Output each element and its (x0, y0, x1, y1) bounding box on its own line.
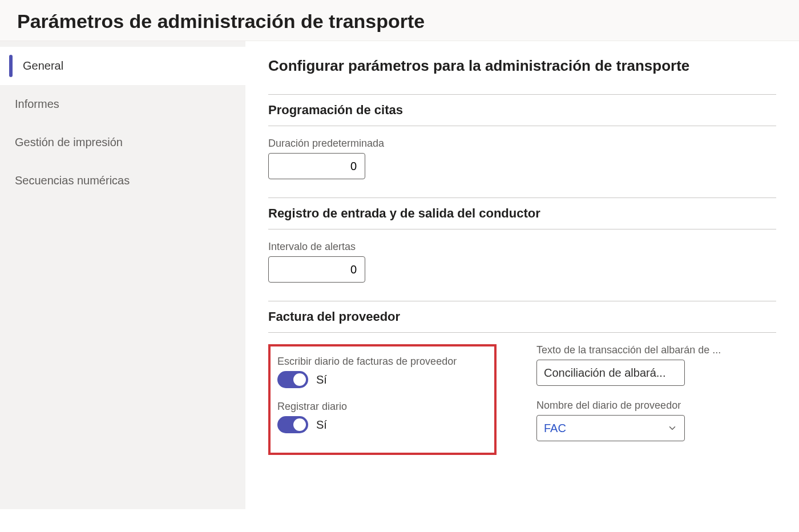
sidebar: General Informes Gestión de impresión Se… (0, 41, 245, 509)
field-nombre-diario: Nombre del diario de proveedor FAC (536, 400, 721, 441)
field-registrar-diario: Registrar diario Sí (277, 401, 486, 433)
section-factura-proveedor: Factura del proveedor Escribir diario de… (268, 301, 776, 455)
sidebar-item-label: General (15, 59, 63, 72)
duracion-predeterminada-input[interactable] (268, 153, 365, 179)
registrar-diario-toggle[interactable] (277, 416, 308, 433)
nombre-diario-dropdown[interactable]: FAC (536, 415, 685, 441)
sidebar-item-general[interactable]: General (0, 47, 245, 85)
field-escribir-diario: Escribir diario de facturas de proveedor… (277, 356, 486, 388)
section-registro-conductor: Registro de entrada y de salida del cond… (268, 198, 776, 296)
texto-transaccion-input[interactable]: Conciliación de albará... (536, 360, 685, 386)
factura-two-col: Escribir diario de facturas de proveedor… (268, 344, 776, 455)
texto-transaccion-value: Conciliación de albará... (544, 366, 665, 380)
escribir-diario-state: Sí (316, 373, 327, 386)
toggle-knob (293, 373, 306, 386)
page-header: Parámetros de administración de transpor… (0, 0, 799, 41)
section-title: Registro de entrada y de salida del cond… (268, 206, 776, 229)
sidebar-item-informes[interactable]: Informes (0, 85, 245, 123)
section-title: Programación de citas (268, 103, 776, 126)
toggle-row: Sí (277, 416, 486, 433)
sidebar-item-label: Secuencias numéricas (15, 174, 130, 187)
section-programacion-citas: Programación de citas Duración predeterm… (268, 94, 776, 193)
sidebar-item-secuencias-numericas[interactable]: Secuencias numéricas (0, 162, 245, 200)
registrar-diario-label: Registrar diario (277, 401, 486, 413)
toggle-knob (293, 418, 306, 431)
factura-right-column: Texto de la transacción del albarán de .… (536, 344, 721, 455)
registrar-diario-state: Sí (316, 418, 327, 432)
duracion-label: Duración predeterminada (268, 138, 776, 150)
main-title: Configurar parámetros para la administra… (268, 57, 776, 75)
sidebar-item-label: Informes (15, 98, 59, 110)
nombre-diario-label: Nombre del diario de proveedor (536, 400, 721, 412)
main-panel: Configurar parámetros para la administra… (245, 41, 799, 509)
page-title: Parámetros de administración de transpor… (17, 10, 782, 33)
intervalo-label: Intervalo de alertas (268, 241, 776, 253)
texto-transaccion-label: Texto de la transacción del albarán de .… (536, 344, 721, 356)
section-title: Factura del proveedor (268, 309, 776, 333)
escribir-diario-label: Escribir diario de facturas de proveedor (277, 356, 486, 368)
highlighted-toggle-group: Escribir diario de facturas de proveedor… (268, 344, 497, 455)
chevron-down-icon (667, 423, 677, 433)
intervalo-alertas-input[interactable] (268, 256, 365, 283)
nombre-diario-value: FAC (544, 422, 566, 435)
toggle-row: Sí (277, 371, 486, 388)
sidebar-item-gestion-impresion[interactable]: Gestión de impresión (0, 123, 245, 162)
field-texto-transaccion: Texto de la transacción del albarán de .… (536, 344, 721, 386)
sidebar-item-label: Gestión de impresión (15, 136, 123, 148)
escribir-diario-toggle[interactable] (277, 371, 308, 388)
content-area: General Informes Gestión de impresión Se… (0, 41, 799, 509)
